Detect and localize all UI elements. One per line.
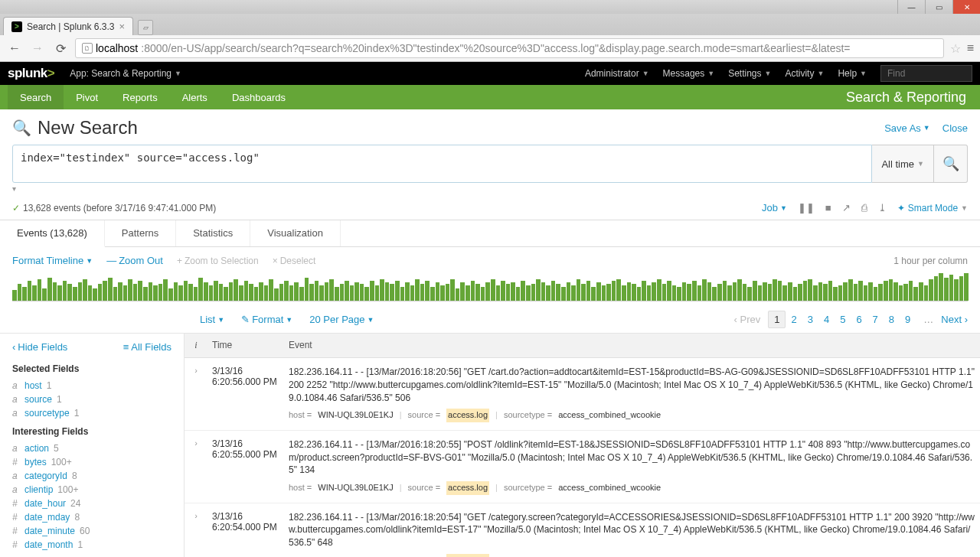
timeline-bar[interactable] xyxy=(712,287,717,301)
pager-page[interactable]: 4 xyxy=(818,311,835,327)
timeline-bar[interactable] xyxy=(224,287,228,301)
timeline-bar[interactable] xyxy=(627,282,632,301)
find-input[interactable] xyxy=(880,65,972,82)
timeline-bar[interactable] xyxy=(128,279,132,301)
timeline-bar[interactable] xyxy=(874,287,878,301)
pager-page[interactable]: 9 xyxy=(900,311,916,327)
timeline-bar[interactable] xyxy=(385,282,390,301)
close-search[interactable]: Close xyxy=(942,122,968,134)
pager-page[interactable]: 8 xyxy=(884,311,900,327)
timeline-bar[interactable] xyxy=(194,287,198,301)
timeline-bar[interactable] xyxy=(380,279,384,301)
timeline-bar[interactable] xyxy=(138,281,142,301)
timeline-bar[interactable] xyxy=(606,284,611,301)
timeline-bar[interactable] xyxy=(536,279,541,301)
timeline-bar[interactable] xyxy=(405,282,410,301)
timeline-bar[interactable] xyxy=(42,288,47,301)
timeline-bar[interactable] xyxy=(586,281,591,301)
hide-fields-button[interactable]: ‹ Hide Fields xyxy=(12,341,67,353)
meta-host[interactable]: WIN-UQL39L0E1KJ xyxy=(318,409,393,421)
timeline-bar[interactable] xyxy=(919,282,923,301)
tab-statistics[interactable]: Statistics xyxy=(176,220,250,246)
pager-page[interactable]: 6 xyxy=(851,311,867,327)
timeline-bar[interactable] xyxy=(440,285,445,301)
timeline-bar[interactable] xyxy=(778,281,782,301)
timeline-bar[interactable] xyxy=(360,284,364,301)
timeline-bar[interactable] xyxy=(350,285,354,301)
timeline-bar[interactable] xyxy=(577,279,581,301)
meta-source[interactable]: access.log xyxy=(446,409,489,422)
timeline-bar[interactable] xyxy=(93,288,97,301)
timeline-bar[interactable] xyxy=(878,284,883,301)
timeline-bar[interactable] xyxy=(78,282,83,301)
timeline-bar[interactable] xyxy=(717,284,722,301)
pager-page[interactable]: 1 xyxy=(768,311,786,328)
timeline-bar[interactable] xyxy=(929,279,933,301)
timeline-bar[interactable] xyxy=(581,284,586,301)
timeline-bar[interactable] xyxy=(204,282,208,301)
timeline-bar[interactable] xyxy=(541,282,546,301)
timeline-bar[interactable] xyxy=(854,284,858,301)
timeline-bar[interactable] xyxy=(73,287,77,301)
timeline-bar[interactable] xyxy=(466,285,470,301)
timeline-bar[interactable] xyxy=(511,282,515,301)
timeline-bar[interactable] xyxy=(425,281,430,301)
timeline-bar[interactable] xyxy=(118,282,122,301)
timeline-bar[interactable] xyxy=(450,279,455,301)
timeline-bar[interactable] xyxy=(209,285,214,301)
nav-reports[interactable]: Reports xyxy=(110,85,170,109)
timeline-bar[interactable] xyxy=(803,281,808,301)
timeline-bar[interactable] xyxy=(793,287,798,301)
meta-source[interactable]: access.log xyxy=(446,554,489,557)
expand-event-icon[interactable]: › xyxy=(194,438,198,448)
timeline-bar[interactable] xyxy=(375,285,380,301)
timeline-bar[interactable] xyxy=(692,281,697,301)
top-link-settings[interactable]: Settings▼ xyxy=(728,68,771,79)
field-row[interactable]: #bytes100+ xyxy=(12,455,172,469)
timeline-bar[interactable] xyxy=(596,282,601,301)
field-row[interactable]: #date_hour24 xyxy=(12,497,172,510)
timeline-bar[interactable] xyxy=(833,287,838,301)
timeline-bar[interactable] xyxy=(264,285,269,301)
timeline-bar[interactable] xyxy=(446,284,450,301)
timeline-bar[interactable] xyxy=(546,285,550,301)
timeline-bar[interactable] xyxy=(364,287,369,301)
timeline-bar[interactable] xyxy=(83,279,87,301)
timeline-bar[interactable] xyxy=(571,285,576,301)
top-link-messages[interactable]: Messages▼ xyxy=(663,68,715,79)
timeline-bar[interactable] xyxy=(531,284,536,301)
timeline-bar[interactable] xyxy=(501,281,505,301)
timeline-bar[interactable] xyxy=(763,282,767,301)
timeline-bar[interactable] xyxy=(858,281,863,301)
timeline-bar[interactable] xyxy=(672,285,677,301)
timeline-bar[interactable] xyxy=(390,284,394,301)
timeline-bar[interactable] xyxy=(178,285,183,301)
chrome-menu-icon[interactable]: ≡ xyxy=(967,41,974,55)
timeline-bar[interactable] xyxy=(47,278,52,301)
timeline-bar[interactable] xyxy=(274,288,279,301)
timeline-bar[interactable] xyxy=(153,285,158,301)
search-mode-menu[interactable]: ✦Smart Mode▼ xyxy=(897,203,968,213)
field-row[interactable]: #date_month1 xyxy=(12,538,172,552)
timeline-bar[interactable] xyxy=(964,273,969,301)
timeline-bar[interactable] xyxy=(309,284,314,301)
expand-event-icon[interactable]: › xyxy=(194,511,198,520)
timeline-bar[interactable] xyxy=(526,285,531,301)
timeline-bar[interactable] xyxy=(400,287,405,301)
timeline-bar[interactable] xyxy=(415,279,420,301)
timeline-bar[interactable] xyxy=(219,284,224,301)
timeline-bar[interactable] xyxy=(808,279,812,301)
expand-event-icon[interactable]: › xyxy=(194,366,198,375)
nav-pivot[interactable]: Pivot xyxy=(64,85,110,109)
app-menu[interactable]: App: Search & Reporting▼ xyxy=(70,68,181,79)
meta-sourcetype[interactable]: access_combined_wcookie xyxy=(558,409,661,421)
timeline-bar[interactable] xyxy=(491,279,495,301)
pager-page[interactable]: 7 xyxy=(867,311,884,327)
timeline-bar[interactable] xyxy=(637,287,642,301)
timeline-bar[interactable] xyxy=(259,282,263,301)
top-link-activity[interactable]: Activity▼ xyxy=(785,68,824,79)
timeline-bar[interactable] xyxy=(188,284,193,301)
timeline-bar[interactable] xyxy=(284,281,289,301)
event-raw[interactable]: 182.236.164.11 - - [13/Mar/2016:18:20:55… xyxy=(289,438,975,477)
timeline-bar[interactable] xyxy=(325,282,329,301)
